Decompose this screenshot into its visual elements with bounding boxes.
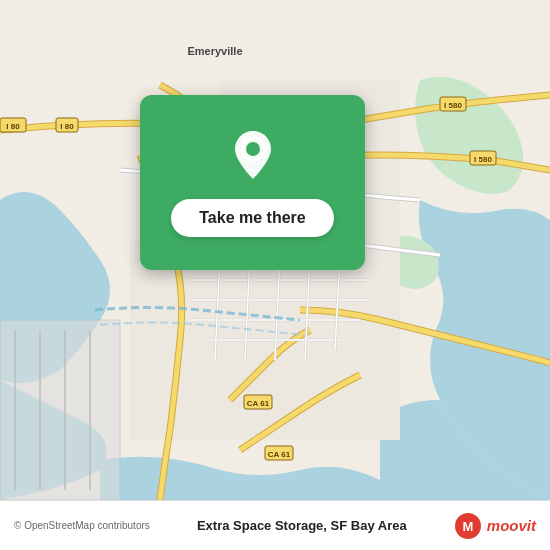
svg-point-26: [246, 142, 260, 156]
svg-text:I 580: I 580: [474, 155, 492, 164]
svg-text:I 80: I 80: [60, 122, 74, 131]
svg-text:I 80: I 80: [6, 122, 20, 131]
bottom-bar: © OpenStreetMap contributors Extra Space…: [0, 500, 550, 550]
location-pin-icon: [231, 129, 275, 181]
map-container: I 80 I 80 I 880 I 880 I 580 I 580 CA 61 …: [0, 0, 550, 500]
svg-text:M: M: [462, 519, 473, 534]
attribution-text: © OpenStreetMap contributors: [14, 520, 150, 531]
moovit-icon: M: [454, 512, 482, 540]
svg-text:Emeryville: Emeryville: [187, 45, 242, 57]
action-card[interactable]: Take me there: [140, 95, 365, 270]
svg-text:CA 61: CA 61: [268, 450, 291, 459]
location-icon-wrap: [231, 129, 275, 185]
svg-text:CA 61: CA 61: [247, 399, 270, 408]
svg-text:I 580: I 580: [444, 101, 462, 110]
svg-rect-1: [0, 320, 120, 500]
place-name: Extra Space Storage, SF Bay Area: [150, 518, 454, 533]
take-me-there-button[interactable]: Take me there: [171, 199, 333, 237]
moovit-text: moovit: [487, 517, 536, 534]
moovit-logo: M moovit: [454, 512, 536, 540]
